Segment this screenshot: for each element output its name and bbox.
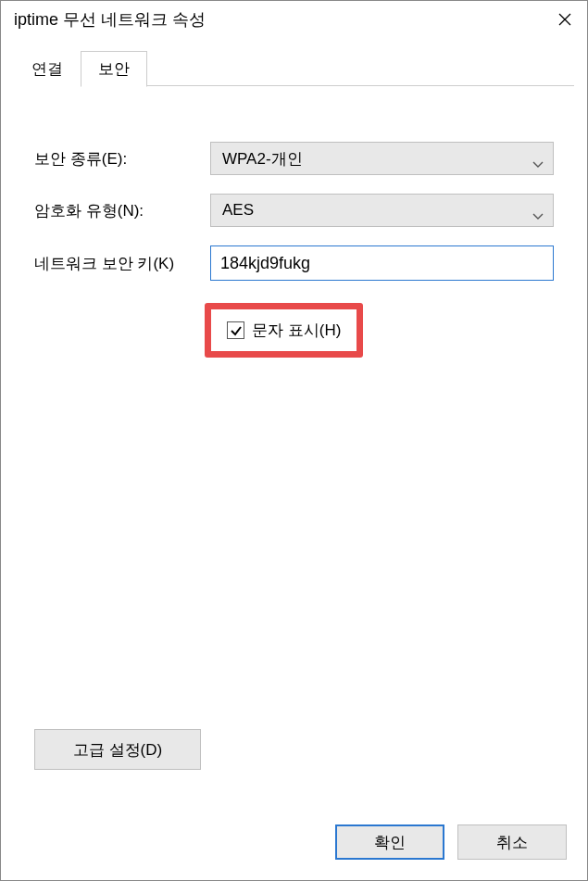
- cancel-button-label: 취소: [496, 832, 528, 853]
- label-encryption: 암호화 유형(N):: [34, 200, 210, 221]
- select-security-type-value: WPA2-개인: [222, 148, 303, 170]
- ok-button[interactable]: 확인: [335, 824, 444, 860]
- advanced-settings-label: 고급 설정(D): [73, 739, 162, 761]
- tabstrip: 연결 보안: [1, 38, 587, 86]
- row-security-type: 보안 종류(E): WPA2-개인: [34, 142, 554, 175]
- advanced-settings-button[interactable]: 고급 설정(D): [34, 729, 201, 770]
- window-title: iptime 무선 네트워크 속성: [14, 8, 206, 31]
- close-icon[interactable]: [554, 8, 576, 31]
- label-show-characters: 문자 표시(H): [252, 320, 341, 341]
- chevron-down-icon: [532, 155, 544, 162]
- label-security-type: 보안 종류(E):: [34, 148, 210, 170]
- tab-security-label: 보안: [98, 60, 130, 78]
- select-encryption[interactable]: AES: [210, 194, 554, 227]
- tab-content-security: 보안 종류(E): WPA2-개인 암호화 유형(N): AES: [1, 86, 587, 807]
- select-encryption-value: AES: [222, 201, 254, 220]
- row-encryption: 암호화 유형(N): AES: [34, 194, 554, 227]
- ok-button-label: 확인: [374, 832, 406, 853]
- select-security-type[interactable]: WPA2-개인: [210, 142, 554, 175]
- network-properties-window: iptime 무선 네트워크 속성 연결 보안 보안 종류(E): WPA2-개…: [0, 0, 588, 881]
- checkbox-show-characters[interactable]: [227, 321, 244, 339]
- tab-security[interactable]: 보안: [81, 51, 147, 87]
- tab-connection[interactable]: 연결: [14, 51, 81, 86]
- tab-connection-label: 연결: [31, 60, 63, 78]
- dialog-footer: 확인 취소: [1, 807, 587, 880]
- chevron-down-icon: [532, 207, 544, 214]
- cancel-button[interactable]: 취소: [457, 824, 567, 860]
- row-network-key: 네트워크 보안 키(K): [34, 245, 554, 281]
- titlebar: iptime 무선 네트워크 속성: [1, 1, 587, 38]
- label-network-key: 네트워크 보안 키(K): [34, 253, 210, 274]
- row-show-characters[interactable]: 문자 표시(H): [210, 308, 357, 352]
- input-network-key[interactable]: [210, 245, 554, 281]
